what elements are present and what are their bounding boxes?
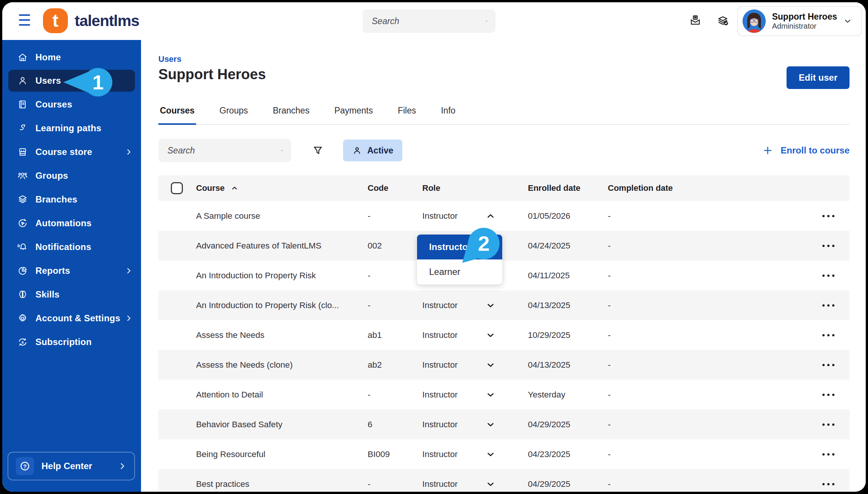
role-value: Instructor	[422, 390, 458, 400]
inbox-message-icon[interactable]	[689, 14, 701, 26]
tabs-bar: Courses Groups Branches Payments Files I…	[158, 103, 850, 125]
table-row[interactable]: Assess the Needs ab1 Instructor 10/29/20…	[158, 320, 850, 350]
sort-asc-icon[interactable]	[230, 184, 239, 193]
table-header-row: Course Code Role Enrolled date Completio…	[158, 175, 850, 201]
course-name: Assess the Needs	[196, 330, 264, 340]
sidebar-item-learning-paths[interactable]: Learning paths	[2, 116, 141, 140]
row-actions-button[interactable]	[820, 211, 837, 221]
column-completion-date: Completion date	[600, 183, 807, 193]
filter-funnel-icon[interactable]	[312, 145, 324, 156]
role-value: Instructor	[422, 360, 458, 370]
row-actions-button[interactable]	[820, 271, 837, 281]
tab-payments[interactable]: Payments	[333, 103, 374, 125]
table-row[interactable]: Assess the Needs (clone) ab2 Instructor …	[158, 350, 850, 380]
role-option-learner[interactable]: Learner	[417, 259, 502, 284]
table-row[interactable]: Being Resourceful BI009 Instructor 04/23…	[158, 439, 850, 469]
sidebar-item-subscription[interactable]: $ Subscription	[2, 330, 141, 354]
row-actions-button[interactable]	[820, 420, 837, 430]
edit-user-button[interactable]: Edit user	[787, 66, 850, 89]
enroll-to-course-link[interactable]: Enroll to course	[762, 145, 850, 156]
tab-info[interactable]: Info	[439, 103, 457, 125]
page-title: Support Heroes	[158, 66, 266, 83]
table-row[interactable]: An Introduction to Property Risk (clo...…	[158, 290, 850, 320]
groups-icon	[17, 170, 28, 181]
sidebar-item-automations[interactable]: Automations	[2, 211, 141, 235]
row-actions-button[interactable]	[820, 241, 837, 251]
sidebar-item-courses[interactable]: Courses	[2, 92, 141, 116]
brand-wordmark: talentlms	[75, 12, 139, 30]
path-icon	[17, 123, 28, 133]
tab-files[interactable]: Files	[396, 103, 418, 125]
plus-icon	[762, 145, 773, 156]
pie-chart-icon	[17, 265, 28, 276]
column-code: Code	[360, 183, 415, 193]
course-stack-icon[interactable]	[716, 14, 729, 27]
table-row[interactable]: Advanced Features of TalentLMS 002 04/24…	[158, 231, 850, 261]
chevron-right-icon	[118, 462, 127, 471]
tab-branches[interactable]: Branches	[271, 103, 311, 125]
subscription-icon: $	[17, 337, 28, 347]
row-actions-button[interactable]	[820, 450, 837, 459]
role-value: Instructor	[422, 301, 458, 310]
chevron-right-icon	[124, 267, 133, 275]
global-search	[363, 9, 495, 33]
table-row[interactable]: Best practices - Instructor 04/29/2025 -	[158, 469, 850, 492]
brain-icon	[17, 289, 28, 300]
role-dropdown: Instructor Learner	[417, 234, 503, 285]
sidebar-item-label: Subscription	[35, 337, 92, 347]
course-name: Being Resourceful	[196, 450, 265, 459]
row-actions-button[interactable]	[820, 301, 837, 310]
sidebar-item-skills[interactable]: Skills	[2, 282, 141, 306]
search-icon[interactable]	[281, 145, 283, 156]
gear-icon	[17, 313, 28, 324]
role-option-instructor[interactable]: Instructor	[417, 235, 502, 259]
user-role: Administrator	[772, 22, 837, 31]
column-role: Role	[415, 183, 520, 193]
sidebar-item-users[interactable]: Users	[8, 70, 135, 92]
role-chevron-down-icon[interactable]	[486, 420, 495, 430]
sidebar-item-home[interactable]: Home	[2, 45, 141, 69]
role-chevron-down-icon[interactable]	[486, 301, 495, 310]
sidebar-item-notifications[interactable]: Notifications	[2, 235, 141, 259]
hamburger-menu-icon[interactable]	[19, 14, 31, 26]
talentlms-logo-icon[interactable]: t	[43, 8, 68, 33]
row-actions-button[interactable]	[820, 390, 837, 400]
role-chevron-down-icon[interactable]	[486, 390, 495, 400]
chevron-right-icon	[124, 148, 133, 156]
avatar	[742, 9, 766, 33]
table-row[interactable]: A Sample course - Instructor 01/05/2026 …	[158, 201, 850, 231]
search-icon[interactable]	[486, 16, 487, 26]
sidebar-item-groups[interactable]: Groups	[2, 164, 141, 187]
course-search-input[interactable]	[167, 145, 281, 156]
sidebar-item-label: Skills	[35, 289, 60, 300]
role-chevron-down-icon[interactable]	[486, 330, 495, 340]
sidebar-item-account-settings[interactable]: Account & Settings	[2, 306, 141, 330]
course-name: An Introduction to Property Risk	[196, 271, 316, 281]
breadcrumb-users[interactable]: Users	[158, 54, 181, 64]
role-chevron-down-icon[interactable]	[486, 450, 495, 459]
row-actions-button[interactable]	[820, 479, 837, 489]
tab-courses[interactable]: Courses	[158, 103, 196, 125]
table-row[interactable]: Behavior Based Safety 6 Instructor 04/29…	[158, 410, 850, 439]
row-actions-button[interactable]	[820, 330, 837, 340]
chevron-down-icon[interactable]	[843, 17, 852, 26]
user-menu[interactable]: Support Heroes Administrator	[737, 6, 862, 36]
role-chevron-down-icon[interactable]	[486, 479, 495, 489]
row-actions-button[interactable]	[820, 360, 837, 370]
sidebar-item-label: Course store	[35, 147, 92, 157]
table-row[interactable]: An Introduction to Property Risk - 04/11…	[158, 261, 850, 290]
table-row[interactable]: Attention to Detail - Instructor Yesterd…	[158, 380, 850, 410]
sidebar-item-course-store[interactable]: Course store	[2, 140, 141, 164]
sidebar-item-branches[interactable]: Branches	[2, 187, 141, 211]
role-chevron-up-icon[interactable]	[486, 211, 495, 221]
role-chevron-down-icon[interactable]	[486, 360, 495, 370]
person-icon	[352, 146, 362, 155]
select-all-checkbox[interactable]	[171, 182, 183, 194]
role-value: Instructor	[422, 450, 458, 459]
help-center-button[interactable]: ? Help Center	[8, 452, 135, 480]
active-filter-chip[interactable]: Active	[343, 140, 402, 161]
sidebar-item-reports[interactable]: Reports	[2, 259, 141, 282]
course-name: Advanced Features of TalentLMS	[196, 241, 321, 251]
global-search-input[interactable]	[371, 16, 486, 27]
tab-groups[interactable]: Groups	[218, 103, 249, 125]
